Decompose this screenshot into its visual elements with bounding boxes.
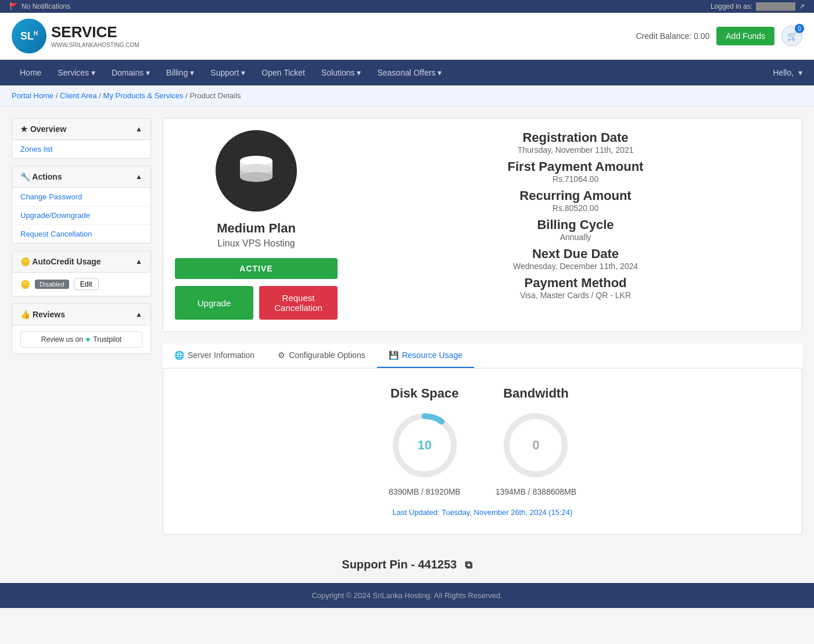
bandwidth-donut: 0 — [501, 410, 571, 480]
top-bar-right: Logged in as: ████████ ↗ — [711, 2, 805, 10]
payment-method-row: Payment Method Visa, Master Cards / QR -… — [361, 276, 790, 300]
last-updated-value: Tuesday, November 26th, 2024 (15:24) — [442, 508, 572, 517]
breadcrumb-my-products[interactable]: My Products & Services — [103, 91, 184, 100]
nav-item-services[interactable]: Services ▾ — [49, 60, 103, 85]
logo-brand: SERVICE WWW.SRILANKAHOSTING.COM — [51, 23, 139, 48]
logout-icon[interactable]: ↗ — [799, 2, 805, 10]
tabs: 🌐 Server Information ⚙ Configurable Opti… — [163, 344, 802, 368]
sidebar-actions-header[interactable]: 🔧 Actions ▲ — [12, 166, 150, 188]
bandwidth-value: 0 — [532, 438, 539, 453]
overview-chevron: ▲ — [135, 125, 142, 133]
breadcrumb-portal-home[interactable]: Portal Home — [12, 91, 53, 100]
overview-icon: ★ Overview — [20, 124, 66, 134]
disk-space-details: 8390MB / 81920MB — [389, 487, 461, 496]
tab-configurable-options[interactable]: ⚙ Configurable Options — [266, 344, 377, 368]
copy-icon[interactable]: ⧉ — [465, 559, 472, 571]
nav-item-support[interactable]: Support ▾ — [202, 60, 253, 85]
payment-method-value: Visa, Master Cards / QR - LKR — [361, 291, 790, 300]
navigation: Home Services ▾ Domains ▾ Billing ▾ Supp… — [0, 60, 814, 85]
breadcrumb-product-details: Product Details — [189, 91, 241, 100]
top-bar-left: 🚩 No Notifications — [9, 2, 70, 10]
nav-item-home[interactable]: Home — [12, 60, 49, 85]
product-info-right: Registration Date Thursday, November 11t… — [361, 130, 790, 320]
sidebar-overview-header[interactable]: ★ Overview ▲ — [12, 119, 150, 140]
autocredit-icon: 🪙 AutoCredit Usage — [20, 257, 101, 266]
hello-label: Hello, — [773, 68, 794, 77]
sidebar-section-reviews: 👍 Reviews ▲ Review us on ★ Trustpilot — [12, 303, 151, 354]
configurable-label: Configurable Options — [289, 350, 365, 360]
support-pin-area: Support Pin - 441253 ⧉ — [0, 546, 814, 583]
cart-button[interactable]: 🛒 0 — [781, 26, 802, 46]
actions-icon: 🔧 Actions — [20, 172, 62, 181]
breadcrumb: Portal Home / Client Area / My Products … — [0, 85, 814, 106]
breadcrumb-client-area[interactable]: Client Area — [60, 91, 97, 100]
breadcrumb-sep2: / — [99, 91, 103, 100]
autocredit-icon-stack: 🪙 — [20, 280, 30, 289]
logo-icon: SLH — [12, 19, 46, 53]
disk-space-value: 10 — [418, 438, 432, 453]
sidebar-item-request-cancellation[interactable]: Request Cancellation — [12, 225, 150, 243]
sidebar-reviews-header[interactable]: 👍 Reviews ▲ — [12, 304, 150, 325]
database-icon — [236, 151, 277, 191]
footer-text: Copyright © 2024 SriLanka Hosting. All R… — [311, 591, 502, 600]
sidebar-section-autocredit: 🪙 AutoCredit Usage ▲ 🪙 Disabled Edit — [12, 251, 151, 296]
first-payment-row: First Payment Amount Rs.71064.00 — [361, 159, 790, 184]
registration-date-label: Registration Date — [361, 130, 790, 145]
product-name: Medium Plan — [217, 221, 296, 236]
sidebar-item-upgrade-downgrade[interactable]: Upgrade/Downgrade — [12, 206, 150, 225]
bandwidth-total: 8388608MB — [533, 487, 577, 496]
brand-service: SERVICE — [51, 23, 139, 41]
product-icon — [216, 130, 297, 212]
next-due-date-value: Wednesday, December 11th, 2024 — [361, 262, 790, 271]
add-funds-button[interactable]: Add Funds — [716, 27, 774, 45]
reviews-icon: 👍 Reviews — [20, 310, 65, 319]
recurring-amount-row: Recurring Amount Rs.80520.00 — [361, 188, 790, 213]
resource-grid: Disk Space 10 8390MB / 81920MB — [187, 386, 779, 496]
nav-left: Home Services ▾ Domains ▾ Billing ▾ Supp… — [12, 60, 450, 85]
autocredit-chevron: ▲ — [135, 257, 142, 266]
product-left: Medium Plan Linux VPS Hosting ACTIVE Upg… — [175, 130, 338, 320]
bandwidth-item: Bandwidth 0 1394MB / 8388608MB — [496, 386, 576, 496]
product-type: Linux VPS Hosting — [217, 238, 295, 249]
trustpilot-button[interactable]: Review us on ★ Trustpilot — [20, 331, 142, 348]
sidebar-item-change-password[interactable]: Change Password — [12, 188, 150, 206]
flag-icon: 🚩 — [9, 2, 18, 10]
disk-used: 8390MB — [389, 487, 419, 496]
autocredit-edit-button[interactable]: Edit — [74, 278, 99, 290]
payment-method-label: Payment Method — [361, 276, 790, 291]
recurring-amount-label: Recurring Amount — [361, 188, 790, 203]
sidebar-item-zones-list[interactable]: Zones list — [12, 140, 150, 158]
notifications-text: No Notifications — [21, 2, 70, 10]
nav-item-solutions[interactable]: Solutions ▾ — [313, 60, 369, 85]
disk-space-item: Disk Space 10 8390MB / 81920MB — [389, 386, 461, 496]
configurable-icon: ⚙ — [278, 350, 285, 360]
server-info-label: Server Information — [188, 350, 254, 360]
tab-resource-usage[interactable]: 💾 Resource Usage — [377, 344, 474, 368]
resource-updated: Last Updated: Tuesday, November 26th, 20… — [187, 508, 779, 517]
billing-cycle-row: Billing Cycle Annually — [361, 217, 790, 242]
header: SLH SERVICE WWW.SRILANKAHOSTING.COM Cred… — [0, 13, 814, 60]
nav-item-seasonal-offers[interactable]: Seasonal Offers ▾ — [369, 60, 450, 85]
request-cancellation-button[interactable]: Request Cancellation — [259, 286, 338, 320]
product-status-badge: ACTIVE — [175, 258, 338, 279]
recurring-amount-value: Rs.80520.00 — [361, 203, 790, 213]
next-due-date-label: Next Due Date — [361, 246, 790, 262]
autocredit-row: 🪙 Disabled Edit — [12, 273, 150, 296]
upgrade-button[interactable]: Upgrade — [175, 286, 253, 320]
cart-badge: 0 — [795, 24, 804, 33]
nav-item-billing[interactable]: Billing ▾ — [158, 60, 202, 85]
billing-cycle-label: Billing Cycle — [361, 217, 790, 232]
logo-area: SLH SERVICE WWW.SRILANKAHOSTING.COM — [12, 19, 139, 53]
nav-hello[interactable]: Hello, ▾ — [773, 60, 802, 85]
billing-cycle-value: Annually — [361, 232, 790, 242]
logo-text: SLH — [20, 30, 38, 42]
nav-item-domains[interactable]: Domains ▾ — [103, 60, 158, 85]
sidebar-autocredit-header[interactable]: 🪙 AutoCredit Usage ▲ — [12, 251, 150, 273]
product-buttons: Upgrade Request Cancellation — [175, 286, 338, 320]
tab-server-information[interactable]: 🌐 Server Information — [163, 344, 266, 368]
nav-item-open-ticket[interactable]: Open Ticket — [253, 60, 313, 85]
content-area: Medium Plan Linux VPS Hosting ACTIVE Upg… — [163, 118, 802, 535]
registration-date-value: Thursday, November 11th, 2021 — [361, 145, 790, 155]
bandwidth-used: 1394MB — [496, 487, 526, 496]
reviews-chevron: ▲ — [135, 310, 142, 319]
